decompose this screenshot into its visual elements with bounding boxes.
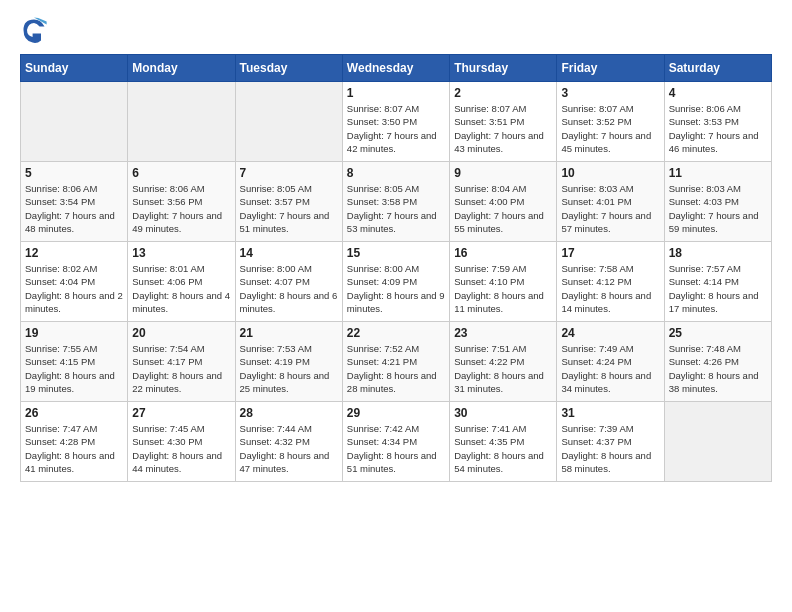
- day-number: 27: [132, 406, 230, 420]
- day-cell: 18Sunrise: 7:57 AMSunset: 4:14 PMDayligh…: [664, 242, 771, 322]
- day-number: 31: [561, 406, 659, 420]
- column-header-saturday: Saturday: [664, 55, 771, 82]
- day-number: 18: [669, 246, 767, 260]
- day-number: 22: [347, 326, 445, 340]
- day-number: 3: [561, 86, 659, 100]
- day-number: 12: [25, 246, 123, 260]
- day-cell: 4Sunrise: 8:06 AMSunset: 3:53 PMDaylight…: [664, 82, 771, 162]
- day-number: 29: [347, 406, 445, 420]
- day-number: 5: [25, 166, 123, 180]
- day-cell: 27Sunrise: 7:45 AMSunset: 4:30 PMDayligh…: [128, 402, 235, 482]
- day-number: 13: [132, 246, 230, 260]
- day-cell: 17Sunrise: 7:58 AMSunset: 4:12 PMDayligh…: [557, 242, 664, 322]
- day-cell: 13Sunrise: 8:01 AMSunset: 4:06 PMDayligh…: [128, 242, 235, 322]
- day-number: 24: [561, 326, 659, 340]
- day-info: Sunrise: 7:47 AMSunset: 4:28 PMDaylight:…: [25, 422, 123, 475]
- day-number: 17: [561, 246, 659, 260]
- day-cell: 23Sunrise: 7:51 AMSunset: 4:22 PMDayligh…: [450, 322, 557, 402]
- day-cell: 29Sunrise: 7:42 AMSunset: 4:34 PMDayligh…: [342, 402, 449, 482]
- day-cell: 15Sunrise: 8:00 AMSunset: 4:09 PMDayligh…: [342, 242, 449, 322]
- day-info: Sunrise: 8:04 AMSunset: 4:00 PMDaylight:…: [454, 182, 552, 235]
- day-info: Sunrise: 7:48 AMSunset: 4:26 PMDaylight:…: [669, 342, 767, 395]
- day-cell: 11Sunrise: 8:03 AMSunset: 4:03 PMDayligh…: [664, 162, 771, 242]
- column-header-wednesday: Wednesday: [342, 55, 449, 82]
- day-number: 14: [240, 246, 338, 260]
- day-info: Sunrise: 7:54 AMSunset: 4:17 PMDaylight:…: [132, 342, 230, 395]
- day-cell: 28Sunrise: 7:44 AMSunset: 4:32 PMDayligh…: [235, 402, 342, 482]
- day-info: Sunrise: 8:05 AMSunset: 3:57 PMDaylight:…: [240, 182, 338, 235]
- day-cell: 21Sunrise: 7:53 AMSunset: 4:19 PMDayligh…: [235, 322, 342, 402]
- day-cell: 12Sunrise: 8:02 AMSunset: 4:04 PMDayligh…: [21, 242, 128, 322]
- logo: [20, 16, 52, 44]
- day-info: Sunrise: 7:42 AMSunset: 4:34 PMDaylight:…: [347, 422, 445, 475]
- day-info: Sunrise: 7:55 AMSunset: 4:15 PMDaylight:…: [25, 342, 123, 395]
- day-cell: 7Sunrise: 8:05 AMSunset: 3:57 PMDaylight…: [235, 162, 342, 242]
- week-row-2: 5Sunrise: 8:06 AMSunset: 3:54 PMDaylight…: [21, 162, 772, 242]
- day-number: 4: [669, 86, 767, 100]
- day-info: Sunrise: 8:07 AMSunset: 3:51 PMDaylight:…: [454, 102, 552, 155]
- week-row-5: 26Sunrise: 7:47 AMSunset: 4:28 PMDayligh…: [21, 402, 772, 482]
- day-cell: 19Sunrise: 7:55 AMSunset: 4:15 PMDayligh…: [21, 322, 128, 402]
- day-number: 19: [25, 326, 123, 340]
- day-info: Sunrise: 7:44 AMSunset: 4:32 PMDaylight:…: [240, 422, 338, 475]
- day-cell: 9Sunrise: 8:04 AMSunset: 4:00 PMDaylight…: [450, 162, 557, 242]
- day-number: 25: [669, 326, 767, 340]
- day-info: Sunrise: 8:03 AMSunset: 4:01 PMDaylight:…: [561, 182, 659, 235]
- day-number: 20: [132, 326, 230, 340]
- day-cell: 8Sunrise: 8:05 AMSunset: 3:58 PMDaylight…: [342, 162, 449, 242]
- day-number: 6: [132, 166, 230, 180]
- day-info: Sunrise: 8:07 AMSunset: 3:52 PMDaylight:…: [561, 102, 659, 155]
- column-header-tuesday: Tuesday: [235, 55, 342, 82]
- week-row-4: 19Sunrise: 7:55 AMSunset: 4:15 PMDayligh…: [21, 322, 772, 402]
- day-cell: [664, 402, 771, 482]
- day-info: Sunrise: 8:06 AMSunset: 3:53 PMDaylight:…: [669, 102, 767, 155]
- day-info: Sunrise: 7:57 AMSunset: 4:14 PMDaylight:…: [669, 262, 767, 315]
- day-number: 15: [347, 246, 445, 260]
- calendar-header-row: SundayMondayTuesdayWednesdayThursdayFrid…: [21, 55, 772, 82]
- day-number: 28: [240, 406, 338, 420]
- day-info: Sunrise: 7:59 AMSunset: 4:10 PMDaylight:…: [454, 262, 552, 315]
- day-number: 10: [561, 166, 659, 180]
- day-cell: [128, 82, 235, 162]
- day-number: 23: [454, 326, 552, 340]
- day-cell: 14Sunrise: 8:00 AMSunset: 4:07 PMDayligh…: [235, 242, 342, 322]
- day-cell: 25Sunrise: 7:48 AMSunset: 4:26 PMDayligh…: [664, 322, 771, 402]
- day-number: 26: [25, 406, 123, 420]
- day-cell: 10Sunrise: 8:03 AMSunset: 4:01 PMDayligh…: [557, 162, 664, 242]
- day-cell: 3Sunrise: 8:07 AMSunset: 3:52 PMDaylight…: [557, 82, 664, 162]
- day-cell: 6Sunrise: 8:06 AMSunset: 3:56 PMDaylight…: [128, 162, 235, 242]
- day-info: Sunrise: 7:45 AMSunset: 4:30 PMDaylight:…: [132, 422, 230, 475]
- day-number: 30: [454, 406, 552, 420]
- day-cell: 24Sunrise: 7:49 AMSunset: 4:24 PMDayligh…: [557, 322, 664, 402]
- day-number: 21: [240, 326, 338, 340]
- column-header-monday: Monday: [128, 55, 235, 82]
- day-cell: 31Sunrise: 7:39 AMSunset: 4:37 PMDayligh…: [557, 402, 664, 482]
- day-info: Sunrise: 8:06 AMSunset: 3:56 PMDaylight:…: [132, 182, 230, 235]
- day-cell: 20Sunrise: 7:54 AMSunset: 4:17 PMDayligh…: [128, 322, 235, 402]
- day-cell: 30Sunrise: 7:41 AMSunset: 4:35 PMDayligh…: [450, 402, 557, 482]
- day-cell: 16Sunrise: 7:59 AMSunset: 4:10 PMDayligh…: [450, 242, 557, 322]
- day-info: Sunrise: 8:06 AMSunset: 3:54 PMDaylight:…: [25, 182, 123, 235]
- day-number: 9: [454, 166, 552, 180]
- day-cell: 1Sunrise: 8:07 AMSunset: 3:50 PMDaylight…: [342, 82, 449, 162]
- day-info: Sunrise: 8:07 AMSunset: 3:50 PMDaylight:…: [347, 102, 445, 155]
- page-header: [20, 16, 772, 44]
- day-info: Sunrise: 8:02 AMSunset: 4:04 PMDaylight:…: [25, 262, 123, 315]
- day-info: Sunrise: 7:41 AMSunset: 4:35 PMDaylight:…: [454, 422, 552, 475]
- day-number: 7: [240, 166, 338, 180]
- day-info: Sunrise: 8:05 AMSunset: 3:58 PMDaylight:…: [347, 182, 445, 235]
- week-row-3: 12Sunrise: 8:02 AMSunset: 4:04 PMDayligh…: [21, 242, 772, 322]
- day-number: 1: [347, 86, 445, 100]
- day-number: 2: [454, 86, 552, 100]
- day-number: 11: [669, 166, 767, 180]
- day-info: Sunrise: 8:00 AMSunset: 4:07 PMDaylight:…: [240, 262, 338, 315]
- day-number: 16: [454, 246, 552, 260]
- day-info: Sunrise: 7:39 AMSunset: 4:37 PMDaylight:…: [561, 422, 659, 475]
- column-header-sunday: Sunday: [21, 55, 128, 82]
- day-cell: 26Sunrise: 7:47 AMSunset: 4:28 PMDayligh…: [21, 402, 128, 482]
- day-info: Sunrise: 7:51 AMSunset: 4:22 PMDaylight:…: [454, 342, 552, 395]
- day-cell: 22Sunrise: 7:52 AMSunset: 4:21 PMDayligh…: [342, 322, 449, 402]
- calendar-table: SundayMondayTuesdayWednesdayThursdayFrid…: [20, 54, 772, 482]
- column-header-thursday: Thursday: [450, 55, 557, 82]
- logo-icon: [20, 16, 48, 44]
